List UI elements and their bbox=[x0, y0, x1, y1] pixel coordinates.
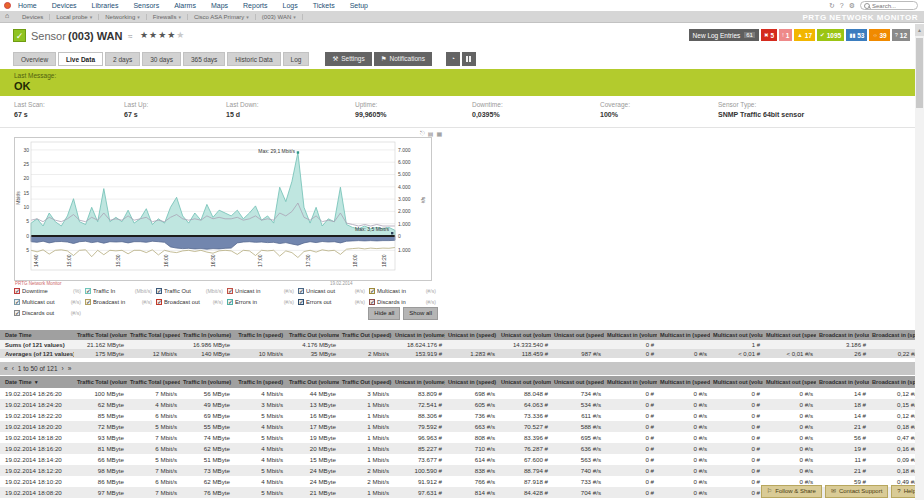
scrollbar-thumb[interactable] bbox=[916, 38, 923, 108]
refresh-icon[interactable]: ↻ bbox=[829, 1, 835, 10]
column-header-unicast-out-speed[interactable]: Unicast out (speed) bbox=[551, 376, 604, 388]
column-header-traffic-in-speed[interactable]: Traffic In (speed) bbox=[233, 330, 286, 340]
column-header-traffic-in-speed[interactable]: Traffic In (speed) bbox=[233, 376, 286, 388]
nav-item-devices[interactable]: Devices bbox=[52, 2, 77, 9]
column-header-multicast-out-volume[interactable]: Multicast out (volume) bbox=[710, 376, 763, 388]
legend-checkbox[interactable]: ✓ bbox=[369, 288, 375, 294]
priority-stars[interactable]: ★★★★★ bbox=[140, 30, 185, 40]
column-header-traffic-in-volume[interactable]: Traffic In (volume) bbox=[180, 376, 233, 388]
gauge-button[interactable]: ◔ bbox=[446, 52, 460, 66]
prev-page-button[interactable]: ‹ bbox=[12, 365, 14, 372]
nav-item-logs[interactable]: Logs bbox=[283, 2, 298, 9]
column-header-multicast-in-speed[interactable]: Multicast in (speed) bbox=[657, 376, 710, 388]
badge-up[interactable]: ✔1095 bbox=[817, 29, 844, 41]
badge-unusual[interactable]: ☼39 bbox=[869, 29, 889, 41]
badge-paused[interactable]: ▮▮53 bbox=[846, 29, 867, 41]
column-header-broadcast-in-volume[interactable]: Broadcast in (volume) bbox=[816, 376, 869, 388]
column-header-unicast-in-speed[interactable]: Unicast in (speed) bbox=[445, 330, 498, 340]
column-header-unicast-out-speed[interactable]: Unicast out (speed) bbox=[551, 330, 604, 340]
show-all-button[interactable]: Show all bbox=[403, 307, 438, 320]
home-icon[interactable]: ⌂ bbox=[5, 12, 9, 19]
legend-checkbox[interactable]: ✓ bbox=[14, 299, 20, 305]
legend-checkbox[interactable]: ✓ bbox=[85, 299, 91, 305]
column-header-multicast-in-volume[interactable]: Multicast in (volume) bbox=[604, 376, 657, 388]
table-row[interactable]: 19.02.2014 18:14:2066 MByte5 Mbit/s51 MB… bbox=[0, 454, 924, 465]
column-header-unicast-in-volume[interactable]: Unicast in (volume) bbox=[392, 376, 445, 388]
badge-unknown[interactable]: ?12 bbox=[892, 29, 910, 41]
tab-historic-data[interactable]: Historic Data bbox=[227, 52, 280, 66]
pause-button[interactable] bbox=[462, 52, 476, 66]
nav-item-home[interactable]: Home bbox=[18, 2, 37, 9]
last-page-button[interactable]: » bbox=[68, 365, 72, 372]
hide-all-button[interactable]: Hide all bbox=[368, 307, 400, 320]
scrollbar-up-arrow[interactable]: ▲ bbox=[915, 24, 924, 36]
search-box[interactable] bbox=[860, 1, 918, 10]
breadcrumb-item-devices[interactable]: Devices bbox=[16, 14, 50, 20]
column-header-multicast-in-speed[interactable]: Multicast in (speed) bbox=[657, 330, 710, 340]
popout-icon[interactable]: ⎋ bbox=[420, 130, 425, 137]
print-icon[interactable]: ▤ bbox=[428, 130, 434, 137]
legend-checkbox[interactable]: ✓ bbox=[298, 299, 304, 305]
column-header-multicast-out-speed[interactable]: Multicast out (speed) bbox=[763, 330, 816, 340]
table-row[interactable]: 19.02.2014 18:20:2072 MByte5 Mbit/s55 MB… bbox=[0, 421, 924, 432]
column-header-unicast-out-volume[interactable]: Unicast out (volume) bbox=[498, 330, 551, 340]
legend-checkbox[interactable]: ✓ bbox=[156, 288, 162, 294]
live-graph[interactable]: 30252015105057.0006.0005.0004.0003.0002.… bbox=[14, 137, 432, 281]
tab-30-days[interactable]: 30 days bbox=[142, 52, 181, 66]
next-page-button[interactable]: › bbox=[62, 365, 64, 372]
nav-item-sensors[interactable]: Sensors bbox=[133, 2, 159, 9]
column-header-multicast-out-volume[interactable]: Multicast out (volume) bbox=[710, 330, 763, 340]
breadcrumb-item-local-probe[interactable]: Local probe▾ bbox=[50, 14, 99, 20]
breadcrumb-item-networking[interactable]: Networking▾ bbox=[99, 14, 147, 20]
column-header-broadcast-in-volume[interactable]: Broadcast in (volume) bbox=[816, 330, 869, 340]
save-icon[interactable]: ▦ bbox=[436, 130, 442, 137]
table-row[interactable]: 19.02.2014 18:18:2093 MByte7 Mbit/s74 MB… bbox=[0, 432, 924, 443]
breadcrumb-item-cisco-asa-primary[interactable]: Cisco ASA Primary▾ bbox=[188, 14, 256, 20]
badge-down-acknowledged[interactable]: !1 bbox=[779, 29, 792, 41]
tab-live-data[interactable]: Live Data bbox=[58, 52, 103, 66]
breadcrumb-item-003-wan[interactable]: (003) WAN▾ bbox=[256, 14, 303, 20]
table-row[interactable]: 19.02.2014 18:16:2081 MByte6 Mbit/s62 MB… bbox=[0, 443, 924, 454]
follow-share-button[interactable]: ⚐Follow & Share bbox=[761, 485, 822, 498]
column-header-unicast-out-volume[interactable]: Unicast out (volume) bbox=[498, 376, 551, 388]
column-header-date-time[interactable]: Date Time bbox=[0, 330, 74, 340]
legend-checkbox[interactable]: ✓ bbox=[156, 299, 162, 305]
search-input[interactable] bbox=[872, 3, 912, 9]
first-page-button[interactable]: « bbox=[4, 365, 8, 372]
table-row[interactable]: 19.02.2014 18:24:2062 MByte4 Mbit/s49 MB… bbox=[0, 399, 924, 410]
legend-checkbox[interactable]: ✓ bbox=[227, 288, 233, 294]
contact-support-button[interactable]: ✉Contact Support bbox=[825, 485, 888, 498]
help-icon[interactable]: ? bbox=[840, 1, 844, 10]
legend-checkbox[interactable]: ✓ bbox=[298, 288, 304, 294]
column-header-traffic-total-speed[interactable]: Traffic Total (speed) bbox=[127, 376, 180, 388]
table-row[interactable]: 19.02.2014 18:26:20100 MByte7 Mbit/s56 M… bbox=[0, 388, 924, 399]
nav-item-tickets[interactable]: Tickets bbox=[313, 2, 335, 9]
gear-icon[interactable]: ⚙ bbox=[849, 1, 855, 10]
column-header-traffic-out-volume[interactable]: Traffic Out (volume) bbox=[286, 330, 339, 340]
tab-overview[interactable]: Overview bbox=[13, 52, 56, 66]
column-header-multicast-out-speed[interactable]: Multicast out (speed) bbox=[763, 376, 816, 388]
tab-2-days[interactable]: 2 days bbox=[105, 52, 140, 66]
column-header-traffic-out-volume[interactable]: Traffic Out (volume) bbox=[286, 376, 339, 388]
tab-log[interactable]: Log bbox=[283, 52, 310, 66]
settings-button[interactable]: ⚒ Settings bbox=[325, 52, 371, 66]
table-row[interactable]: 19.02.2014 18:22:2085 MByte6 Mbit/s69 MB… bbox=[0, 410, 924, 421]
legend-checkbox[interactable]: ✓ bbox=[227, 299, 233, 305]
column-header-date-time[interactable]: Date Time▼ bbox=[0, 376, 74, 388]
nav-item-libraries[interactable]: Libraries bbox=[92, 2, 119, 9]
nav-item-setup[interactable]: Setup bbox=[350, 2, 368, 9]
tab-365-days[interactable]: 365 days bbox=[183, 52, 225, 66]
nav-item-reports[interactable]: Reports bbox=[243, 2, 268, 9]
breadcrumb-item-firewalls[interactable]: Firewalls▾ bbox=[147, 14, 188, 20]
legend-checkbox[interactable]: ✓ bbox=[85, 288, 91, 294]
badge-down[interactable]: ✖5 bbox=[761, 29, 777, 41]
column-header-traffic-total-volume[interactable]: Traffic Total (volume) bbox=[74, 376, 127, 388]
legend-checkbox[interactable]: ✓ bbox=[369, 299, 375, 305]
column-header-traffic-total-speed[interactable]: Traffic Total (speed) bbox=[127, 330, 180, 340]
notifications-button[interactable]: ⚑ Notifications bbox=[374, 52, 432, 66]
column-header-unicast-in-volume[interactable]: Unicast in (volume) bbox=[392, 330, 445, 340]
nav-item-maps[interactable]: Maps bbox=[211, 2, 228, 9]
column-header-traffic-in-volume[interactable]: Traffic In (volume) bbox=[180, 330, 233, 340]
column-header-traffic-out-speed[interactable]: Traffic Out (speed) bbox=[339, 330, 392, 340]
badge-warning[interactable]: ▲17 bbox=[794, 29, 815, 41]
